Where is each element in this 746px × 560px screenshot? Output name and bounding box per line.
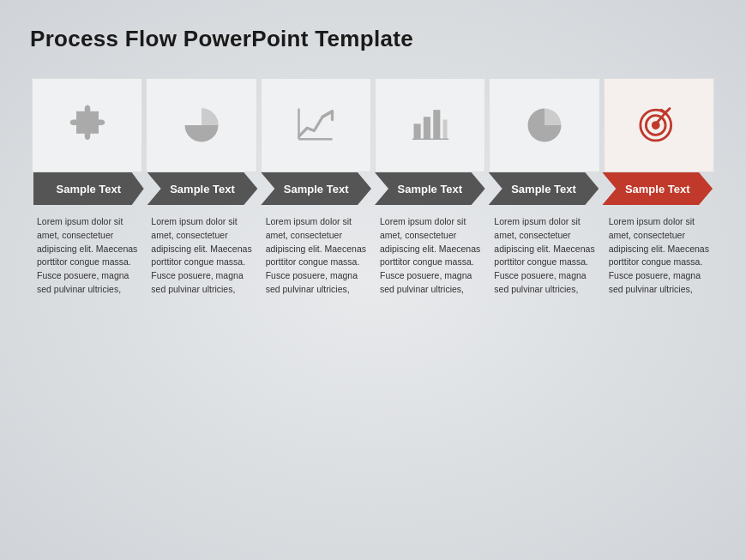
- arrow-shape-2: Sample Text: [147, 172, 258, 205]
- icon-cell-4: [375, 78, 485, 172]
- svg-rect-4: [433, 110, 440, 139]
- arrow-item-4: Sample Text: [375, 172, 485, 205]
- svg-rect-5: [442, 120, 447, 140]
- icon-cell-3: [261, 78, 371, 172]
- arrow-item-3: Sample Text: [261, 172, 371, 205]
- arrow-row: Sample Text Sample Text Sample Text Samp…: [32, 172, 714, 205]
- text-cell-2: Lorem ipsum dolor sit amet, consectetuer…: [146, 210, 256, 297]
- text-cell-6: Lorem ipsum dolor sit amet, consectetuer…: [604, 210, 714, 297]
- arrow-label-2: Sample Text: [163, 183, 242, 196]
- body-text-3: Lorem ipsum dolor sit amet, consectetuer…: [266, 215, 366, 297]
- body-text-5: Lorem ipsum dolor sit amet, consectetuer…: [494, 215, 594, 297]
- icon-cell-5: [489, 78, 599, 172]
- puzzle-icon: [65, 103, 110, 148]
- arrow-shape-5: Sample Text: [489, 172, 599, 205]
- slide: Process Flow PowerPoint Template: [0, 0, 746, 560]
- flow-container: Sample Text Sample Text Sample Text Samp…: [30, 78, 716, 297]
- arrow-label-1: Sample Text: [50, 183, 129, 196]
- svg-rect-3: [424, 117, 430, 139]
- icon-cell-6: [604, 78, 714, 172]
- arrow-label-6: Sample Text: [618, 183, 697, 196]
- icon-row: [30, 78, 716, 172]
- body-text-6: Lorem ipsum dolor sit amet, consectetuer…: [609, 215, 709, 297]
- target-icon: [636, 103, 681, 148]
- body-text-1: Lorem ipsum dolor sit amet, consectetuer…: [37, 215, 137, 297]
- svg-rect-2: [413, 123, 420, 139]
- text-cell-4: Lorem ipsum dolor sit amet, consectetuer…: [375, 210, 485, 297]
- arrow-label-3: Sample Text: [277, 183, 356, 196]
- arrow-shape-4: Sample Text: [375, 172, 485, 205]
- icon-cell-1: [32, 78, 142, 172]
- text-cell-5: Lorem ipsum dolor sit amet, consectetuer…: [489, 210, 599, 297]
- body-text-4: Lorem ipsum dolor sit amet, consectetuer…: [380, 215, 480, 297]
- line-chart-icon: [293, 103, 338, 148]
- body-text-2: Lorem ipsum dolor sit amet, consectetuer…: [151, 215, 251, 297]
- arrow-item-1: Sample Text: [33, 172, 144, 205]
- arrow-label-4: Sample Text: [391, 183, 470, 196]
- text-row: Lorem ipsum dolor sit amet, consectetuer…: [30, 210, 716, 297]
- pie-chart-icon: [179, 103, 224, 148]
- arrow-item-5: Sample Text: [489, 172, 599, 205]
- arrow-shape-6: Sample Text: [602, 172, 713, 205]
- icon-cell-2: [146, 78, 256, 172]
- text-cell-3: Lorem ipsum dolor sit amet, consectetuer…: [261, 210, 371, 297]
- pie-chart-2-icon: [522, 103, 567, 148]
- arrow-label-5: Sample Text: [504, 183, 583, 196]
- arrow-item-2: Sample Text: [147, 172, 258, 205]
- page-title: Process Flow PowerPoint Template: [30, 26, 716, 52]
- bar-chart-icon: [408, 103, 453, 148]
- arrow-item-6: Sample Text: [602, 172, 713, 205]
- text-cell-1: Lorem ipsum dolor sit amet, consectetuer…: [32, 210, 142, 297]
- arrow-shape-1: Sample Text: [33, 172, 144, 205]
- arrow-shape-3: Sample Text: [261, 172, 371, 205]
